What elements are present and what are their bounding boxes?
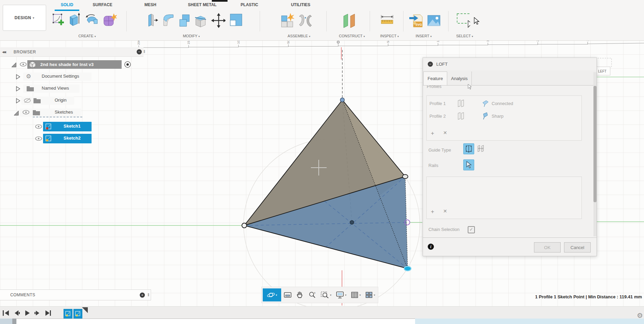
timeline-play-button[interactable]	[23, 309, 31, 317]
profile1-continuity[interactable]: Connected	[492, 101, 513, 106]
group-select[interactable]: SELECT ▾	[448, 34, 481, 39]
close-panel-icon[interactable]: −	[137, 49, 142, 54]
insert-svg-button[interactable]: SVG	[409, 12, 423, 29]
create-sketch-button[interactable]	[51, 12, 66, 29]
scale-button[interactable]	[228, 12, 243, 29]
orbit-button[interactable]: ▾	[263, 288, 281, 301]
cancel-button[interactable]: Cancel	[564, 242, 591, 252]
create-form-button[interactable]	[102, 12, 117, 29]
group-modify[interactable]: MODIFY ▾	[174, 34, 208, 39]
timeline-step-forward-button[interactable]	[33, 309, 42, 317]
collapsed-arrow-icon[interactable]	[16, 98, 20, 103]
right-vertex[interactable]	[402, 174, 408, 179]
left-vertex[interactable]	[242, 223, 247, 228]
remove-profile-button[interactable]: ✕	[443, 130, 447, 135]
expanded-arrow-icon[interactable]	[14, 111, 19, 116]
group-create[interactable]: CREATE ▾	[70, 34, 104, 39]
timeline-feature-sketch2[interactable]	[73, 309, 82, 319]
comments-panel[interactable]: COMMENTS + ‖	[0, 289, 151, 300]
ok-button[interactable]: OK	[534, 242, 561, 252]
chain-selection-checkbox[interactable]: ✓	[468, 226, 475, 233]
tab-feature[interactable]: Feature	[423, 72, 447, 85]
tab-surface[interactable]: SURFACE	[90, 2, 115, 9]
guide-type-centerline-button[interactable]	[476, 144, 485, 153]
profile-select-icon[interactable]	[456, 112, 465, 120]
extrude-button[interactable]	[67, 12, 81, 29]
gear-icon[interactable]: ⚙	[637, 311, 644, 320]
visibility-eye-icon[interactable]	[35, 124, 42, 129]
guide-type-rails-button[interactable]	[463, 143, 474, 154]
tree-item-label[interactable]: Sketches	[55, 109, 73, 115]
tab-analysis[interactable]: Analysis	[447, 72, 472, 85]
timeline-playhead[interactable]	[82, 307, 88, 313]
tab-sheet-metal[interactable]: SHEET METAL	[184, 2, 220, 9]
group-assemble[interactable]: ASSEMBLE ▾	[280, 34, 318, 39]
collapsed-arrow-icon[interactable]	[16, 86, 20, 91]
profile1-label[interactable]: Profile 1	[429, 101, 446, 106]
visibility-off-eye-icon[interactable]	[24, 98, 31, 103]
panel-resize-handle[interactable]: ‖	[143, 49, 145, 54]
sharp-continuity-icon[interactable]	[481, 112, 490, 120]
tree-item-label[interactable]: Document Settings	[42, 74, 79, 79]
collapse-panel-icon[interactable]: ◀◀	[2, 50, 5, 54]
combine-button[interactable]	[177, 12, 192, 29]
press-pull-button[interactable]	[145, 12, 160, 29]
document-root-label[interactable]: 2nd hex shade for Inst v3	[40, 62, 94, 67]
timeline-feature-sketch1[interactable]	[64, 309, 72, 319]
selected-vertex[interactable]	[404, 267, 411, 271]
tree-item-label[interactable]: Sketch1	[64, 124, 81, 129]
collapsed-arrow-icon[interactable]	[16, 74, 20, 79]
move-button[interactable]	[211, 12, 225, 29]
group-construct[interactable]: CONSTRUCT ▾	[332, 34, 372, 39]
dialog-scrollbar[interactable]	[593, 72, 597, 236]
zoom-button[interactable]: ±	[306, 288, 318, 301]
expanded-arrow-icon[interactable]	[11, 62, 16, 67]
profile2-label[interactable]: Profile 2	[429, 114, 446, 119]
select-button[interactable]	[456, 12, 470, 29]
pan-button[interactable]	[294, 288, 306, 301]
look-at-button[interactable]	[282, 288, 293, 301]
tab-mesh[interactable]: MESH	[140, 2, 161, 9]
new-component-button[interactable]	[280, 12, 294, 29]
dialog-header[interactable]: − LOFT	[423, 58, 597, 70]
tab-plastic[interactable]: PLASTIC	[236, 2, 263, 9]
info-icon[interactable]: i	[428, 244, 434, 250]
add-profile-button[interactable]: +	[431, 130, 434, 137]
browser-row-root[interactable]: 2nd hex shade for Inst v3	[0, 60, 137, 69]
tree-item-label[interactable]: Named Views	[42, 86, 69, 91]
viewcube[interactable]: LEFT	[593, 58, 644, 77]
timeline-skip-start-button[interactable]	[1, 309, 10, 317]
group-inspect[interactable]: INSPECT ▾	[373, 34, 406, 39]
scrollbar-thumb[interactable]	[593, 86, 597, 202]
insert-canvas-button[interactable]	[426, 12, 441, 29]
grid-settings-button[interactable]: ▾	[349, 288, 362, 301]
connected-continuity-icon[interactable]	[481, 99, 490, 107]
tab-solid[interactable]: SOLID	[57, 2, 77, 9]
measure-button[interactable]	[379, 12, 394, 29]
timeline-step-back-button[interactable]	[12, 309, 21, 317]
construct-plane-button[interactable]	[342, 12, 356, 29]
rails-select-button[interactable]	[463, 159, 474, 170]
workspace-selector[interactable]: DESIGN ▾	[3, 5, 46, 31]
shell-button[interactable]	[193, 12, 208, 29]
viewports-button[interactable]: ▾	[363, 288, 377, 301]
fillet-button[interactable]	[161, 12, 176, 29]
browser-panel-header[interactable]: ◀◀ BROWSER − ‖	[0, 47, 143, 57]
dialog-minimize-icon[interactable]: −	[428, 62, 433, 67]
profile-select-icon[interactable]	[456, 99, 465, 107]
activate-radio-icon[interactable]	[124, 61, 131, 68]
apex-vertex[interactable]	[340, 98, 344, 102]
visibility-eye-icon[interactable]	[23, 110, 29, 115]
zoom-window-button[interactable]: ▾	[319, 288, 333, 301]
joint-button[interactable]	[298, 12, 312, 29]
timeline-skip-end-button[interactable]	[44, 309, 53, 317]
tab-utilities[interactable]: UTILITIES	[285, 2, 316, 9]
group-insert[interactable]: INSERT ▾	[407, 34, 440, 39]
remove-rail-button[interactable]: ✕	[443, 208, 447, 214]
tree-item-label[interactable]: Origin	[55, 98, 67, 103]
center-point[interactable]	[350, 221, 354, 224]
revolve-button[interactable]	[85, 12, 99, 29]
panel-resize-handle[interactable]: ‖	[148, 293, 149, 297]
tree-item-label[interactable]: Sketch2	[64, 135, 81, 141]
visibility-eye-icon[interactable]	[35, 136, 42, 141]
